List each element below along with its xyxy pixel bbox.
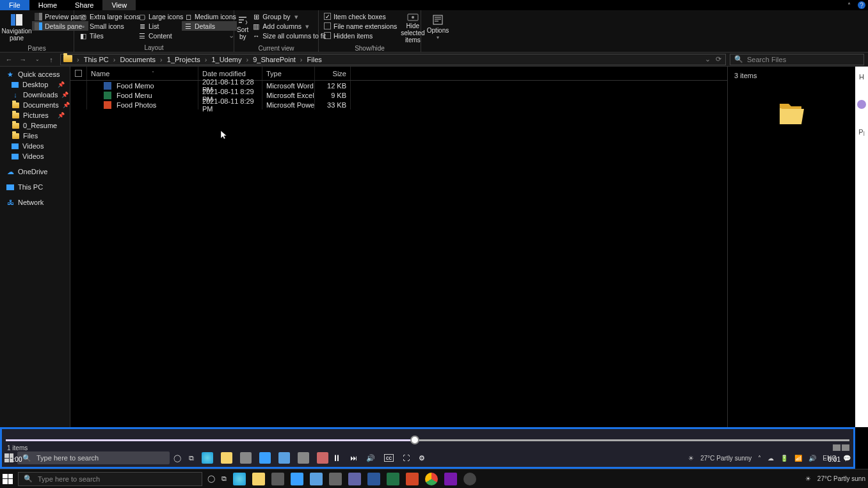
- column-type[interactable]: Type: [262, 67, 315, 80]
- navigation-pane-button[interactable]: Navigation pane: [3, 12, 31, 44]
- file-row[interactable]: Food Memo 2021-08-11 8:28 PM Microsoft W…: [70, 81, 727, 90]
- word-icon[interactable]: [367, 473, 380, 485]
- cloud-icon[interactable]: ☁: [768, 455, 774, 462]
- medium-icons-button[interactable]: ◻Medium icons: [182, 12, 237, 21]
- chevron-right-icon[interactable]: ›: [75, 56, 81, 63]
- sidebar-item-desktop[interactable]: Desktop📌: [0, 79, 70, 90]
- sidebar-quick-access[interactable]: ★Quick access: [0, 69, 70, 79]
- small-icons-button[interactable]: ▫Small icons: [77, 21, 134, 31]
- volume-icon[interactable]: 🔊: [366, 454, 375, 462]
- calendar-icon[interactable]: [298, 452, 309, 464]
- details-view-button[interactable]: ☰Details: [182, 21, 237, 31]
- tiles-button[interactable]: ◧Tiles: [77, 31, 134, 40]
- chrome-icon[interactable]: [425, 473, 438, 485]
- list-button[interactable]: ≣List: [136, 21, 181, 31]
- chevron-right-icon[interactable]: ›: [203, 56, 209, 63]
- cortana-icon[interactable]: ◯: [207, 475, 215, 483]
- content-button[interactable]: ☰Content: [136, 31, 181, 40]
- sidebar-item-pictures[interactable]: Pictures📌: [0, 110, 70, 120]
- hidden-items-toggle[interactable]: Hidden items: [321, 31, 399, 40]
- tab-home[interactable]: Home: [29, 0, 66, 10]
- sort-by-button[interactable]: Sort by: [237, 12, 248, 44]
- sidebar-network[interactable]: 🖧Network: [0, 197, 70, 207]
- captions-icon[interactable]: cc: [384, 454, 394, 462]
- large-icons-button[interactable]: ▢Large icons: [136, 12, 181, 21]
- sidebar-this-pc[interactable]: This PC: [0, 182, 70, 192]
- recent-dropdown-icon[interactable]: ⌄: [32, 56, 42, 62]
- mail-icon[interactable]: [278, 452, 290, 464]
- taskbar-search[interactable]: 🔍Type here to search: [18, 472, 202, 486]
- size-columns-button[interactable]: ↔Size all columns to fit: [250, 31, 328, 40]
- crumb-projects[interactable]: 1_Projects: [165, 56, 203, 63]
- app-l-icon[interactable]: [291, 473, 303, 485]
- notification-icon[interactable]: 💬: [843, 455, 851, 462]
- chevron-right-icon[interactable]: ›: [298, 56, 305, 63]
- group-by-button[interactable]: ⊞Group by▾: [250, 12, 328, 21]
- extra-large-icons-button[interactable]: ▢Extra large icons: [77, 12, 134, 21]
- select-all-checkbox[interactable]: [70, 67, 87, 80]
- back-button[interactable]: ←: [4, 56, 14, 63]
- explorer-icon[interactable]: [221, 452, 232, 464]
- sidebar-item-videos[interactable]: Videos: [0, 141, 70, 151]
- help-icon[interactable]: ?: [858, 1, 865, 9]
- overlay-search-box[interactable]: 🔍Type here to search: [17, 451, 170, 464]
- calendar-icon[interactable]: [329, 473, 342, 485]
- sidebar-onedrive[interactable]: ☁OneDrive: [0, 167, 70, 177]
- sidebar-item-resume[interactable]: 0_Resume: [0, 120, 70, 131]
- column-name[interactable]: Name˄: [87, 67, 198, 80]
- weather-icon[interactable]: ☀: [805, 475, 811, 482]
- crumb-documents[interactable]: Documents: [117, 56, 158, 63]
- mail-icon[interactable]: [310, 473, 323, 485]
- search-box[interactable]: 🔍 Search Files: [730, 54, 864, 65]
- item-check-boxes-toggle[interactable]: ✓Item check boxes: [321, 12, 399, 21]
- excel-icon[interactable]: [387, 473, 399, 485]
- avatar-icon[interactable]: [857, 100, 866, 109]
- app-l-icon[interactable]: [259, 452, 271, 464]
- edge-icon[interactable]: [202, 452, 213, 464]
- start-icon[interactable]: [4, 453, 13, 462]
- sidebar-item-documents[interactable]: Documents📌: [0, 100, 70, 110]
- tab-file[interactable]: File: [0, 0, 29, 10]
- options-button[interactable]: Options ▾: [424, 12, 452, 44]
- crumb-files[interactable]: Files: [305, 56, 325, 63]
- sidebar-item-videos-2[interactable]: Videos: [0, 151, 70, 161]
- store-icon[interactable]: [271, 473, 284, 485]
- tab-view[interactable]: View: [102, 0, 136, 10]
- chevron-right-icon[interactable]: ›: [111, 56, 118, 63]
- language-indicator[interactable]: ENG: [823, 455, 837, 462]
- onenote-icon[interactable]: [444, 473, 457, 485]
- snip-icon[interactable]: [317, 452, 328, 464]
- minimize-ribbon-icon[interactable]: ˄: [842, 0, 855, 10]
- layout-more-icon[interactable]: ⌄: [182, 31, 237, 40]
- address-dropdown-icon[interactable]: ⌄: [705, 55, 711, 63]
- play-pause-button[interactable]: ⏸: [332, 453, 341, 463]
- refresh-icon[interactable]: ⟳: [716, 55, 721, 63]
- file-row[interactable]: Food Photos 2021-08-11 8:29 PM Microsoft…: [70, 100, 727, 110]
- up-button[interactable]: ↑: [46, 56, 56, 63]
- sidebar-item-downloads[interactable]: ↓Downloads📌: [0, 90, 70, 100]
- crumb-udemy[interactable]: 1_Udemy: [209, 56, 244, 63]
- seek-handle[interactable]: [410, 435, 419, 444]
- crumb-this-pc[interactable]: This PC: [81, 56, 111, 63]
- taskview-icon[interactable]: ⧉: [189, 454, 194, 462]
- sidebar-item-files[interactable]: Files: [0, 131, 70, 141]
- wifi-icon[interactable]: 📶: [794, 455, 802, 462]
- battery-icon[interactable]: 🔋: [780, 455, 788, 462]
- file-name-extensions-toggle[interactable]: File name extensions: [321, 21, 399, 31]
- teams-icon[interactable]: [348, 473, 361, 485]
- start-button[interactable]: [3, 474, 13, 484]
- next-button[interactable]: ⏭: [350, 454, 357, 462]
- volume-tray-icon[interactable]: 🔊: [808, 455, 816, 462]
- add-columns-button[interactable]: ▥Add columns▾: [250, 21, 328, 31]
- settings-gear-icon[interactable]: ⚙: [419, 454, 425, 462]
- powerpoint-icon[interactable]: [406, 473, 419, 485]
- chevron-right-icon[interactable]: ›: [245, 56, 251, 63]
- explorer-icon[interactable]: [252, 473, 265, 485]
- store-icon[interactable]: [240, 452, 252, 464]
- chevron-up-icon[interactable]: ˄: [758, 455, 761, 462]
- forward-button[interactable]: →: [18, 56, 28, 63]
- tab-share[interactable]: Share: [66, 0, 102, 10]
- address-bar[interactable]: › This PC› Documents› 1_Projects› 1_Udem…: [60, 54, 726, 65]
- clock-icon[interactable]: [463, 473, 476, 485]
- weather-icon[interactable]: ☀: [688, 455, 694, 462]
